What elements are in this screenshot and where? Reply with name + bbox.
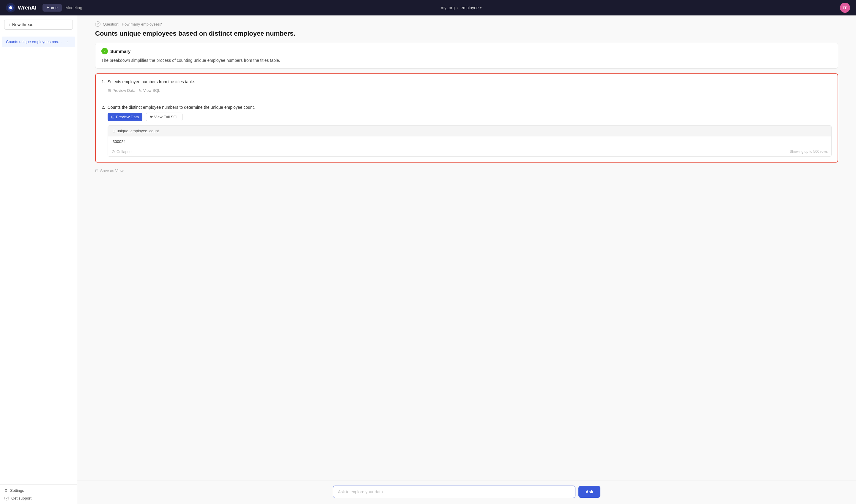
preview-data-1-icon: ⊞ — [108, 88, 111, 93]
sidebar: + New thread Counts unique employees bas… — [0, 16, 77, 504]
support-label: Get support — [11, 496, 32, 501]
sidebar-top: + New thread — [0, 16, 77, 34]
collapse-button[interactable]: ⊙ Collapse — [111, 149, 132, 154]
save-view-label: Save as View — [100, 168, 124, 173]
step-divider — [102, 100, 832, 100]
modeling-nav-button[interactable]: Modeling — [65, 5, 82, 10]
svg-point-2 — [9, 6, 12, 9]
step-1: 1. Selects employee numbers from the tit… — [102, 79, 832, 94]
step-1-number: 1. — [102, 79, 105, 84]
view-sql-1-icon: fx — [139, 89, 141, 93]
input-row: Ask — [333, 486, 601, 498]
table-row: 300024 — [108, 137, 831, 147]
thread-item-more-icon[interactable]: ⋯ — [64, 39, 71, 44]
entity-chevron-icon: ▾ — [480, 6, 482, 10]
step-1-actions: ⊞ Preview Data fx View SQL — [102, 87, 832, 94]
data-table-wrapper: ⊟ unique_employee_count 300024 — [108, 125, 832, 157]
step-1-header: 1. Selects employee numbers from the tit… — [102, 79, 832, 84]
table-footer: ⊙ Collapse Showing up to 500 rows — [108, 147, 831, 156]
entity-name[interactable]: employee ▾ — [461, 5, 482, 10]
view-full-sql-2-icon: fx — [150, 115, 153, 119]
table-column-icon: ⊟ — [113, 129, 115, 133]
bottom-spacer — [95, 174, 838, 198]
step-2-actions: ⊞ Preview Data fx View Full SQL — [102, 113, 832, 121]
ask-button[interactable]: Ask — [578, 486, 601, 498]
bottom-bar: Ask — [77, 481, 856, 504]
summary-header: ✓ Summary — [101, 48, 832, 54]
table-cell: 300024 — [108, 137, 831, 147]
question-prefix: Question: — [103, 22, 120, 26]
view-full-sql-2-label: View Full SQL — [154, 115, 179, 119]
main-heading: Counts unique employees based on distinc… — [95, 30, 838, 37]
sidebar-bottom: ⚙ Settings ? Get support — [0, 484, 77, 504]
summary-text: The breakdown simplifies the process of … — [101, 57, 832, 64]
preview-data-2-icon: ⊞ — [111, 115, 114, 119]
view-full-sql-2-button[interactable]: fx View Full SQL — [146, 113, 182, 121]
table-column-header: ⊟ unique_employee_count — [108, 126, 831, 137]
home-nav-button[interactable]: Home — [42, 4, 62, 12]
save-view-icon: ⊡ — [95, 168, 99, 173]
step-2-header: 2. Counts the distinct employee numbers … — [102, 105, 832, 110]
preview-data-2-label: Preview Data — [116, 115, 139, 119]
logo-text: WrenAI — [18, 5, 37, 11]
step-2-text: Counts the distinct employee numbers to … — [108, 105, 255, 110]
org-name: my_org — [441, 5, 455, 10]
collapse-label: Collapse — [117, 149, 132, 154]
step-1-text: Selects employee numbers from the titles… — [108, 79, 195, 84]
preview-data-2-button[interactable]: ⊞ Preview Data — [108, 113, 142, 121]
question-header: ? Question: How many employees? — [95, 21, 838, 27]
settings-label: Settings — [10, 488, 24, 493]
settings-item[interactable]: ⚙ Settings — [4, 488, 73, 493]
thread-item[interactable]: Counts unique employees based ... ⋯ — [2, 37, 75, 47]
support-item[interactable]: ? Get support — [4, 496, 73, 501]
steps-card: 1. Selects employee numbers from the tit… — [95, 73, 838, 163]
main-content: ? Question: How many employees? Counts u… — [77, 16, 856, 504]
step-2: 2. Counts the distinct employee numbers … — [102, 105, 832, 157]
view-sql-1-label: View SQL — [143, 88, 160, 93]
step-2-number: 2. — [102, 105, 105, 110]
user-avatar[interactable]: TE — [840, 3, 850, 13]
sidebar-threads: Counts unique employees based ... ⋯ — [0, 34, 77, 484]
preview-data-1-label: Preview Data — [112, 88, 135, 93]
question-text: How many employees? — [122, 22, 162, 26]
save-view[interactable]: ⊡ Save as View — [95, 167, 838, 174]
nav-center: my_org / employee ▾ — [82, 5, 840, 10]
collapse-icon: ⊙ — [111, 149, 115, 154]
top-navigation: WrenAI Home Modeling my_org / employee ▾… — [0, 0, 856, 16]
question-icon: ? — [95, 21, 101, 27]
nav-separator: / — [457, 5, 458, 10]
table-column-label: unique_employee_count — [117, 129, 159, 133]
settings-icon: ⚙ — [4, 488, 8, 493]
main-layout: + New thread Counts unique employees bas… — [0, 16, 856, 504]
logo-area: WrenAI — [6, 3, 37, 13]
rows-info: Showing up to 500 rows — [790, 149, 828, 154]
preview-data-1-button[interactable]: ⊞ Preview Data — [108, 87, 135, 94]
ask-input[interactable] — [333, 486, 575, 498]
wren-logo-icon — [6, 3, 16, 13]
data-table: ⊟ unique_employee_count 300024 — [108, 126, 831, 147]
thread-item-label: Counts unique employees based ... — [6, 39, 64, 44]
support-icon: ? — [4, 496, 9, 501]
view-sql-1-button[interactable]: fx View SQL — [139, 87, 160, 94]
new-thread-button[interactable]: + New thread — [4, 20, 73, 30]
check-icon: ✓ — [101, 48, 108, 54]
summary-title: Summary — [110, 49, 130, 54]
summary-card: ✓ Summary The breakdown simplifies the p… — [95, 43, 838, 69]
